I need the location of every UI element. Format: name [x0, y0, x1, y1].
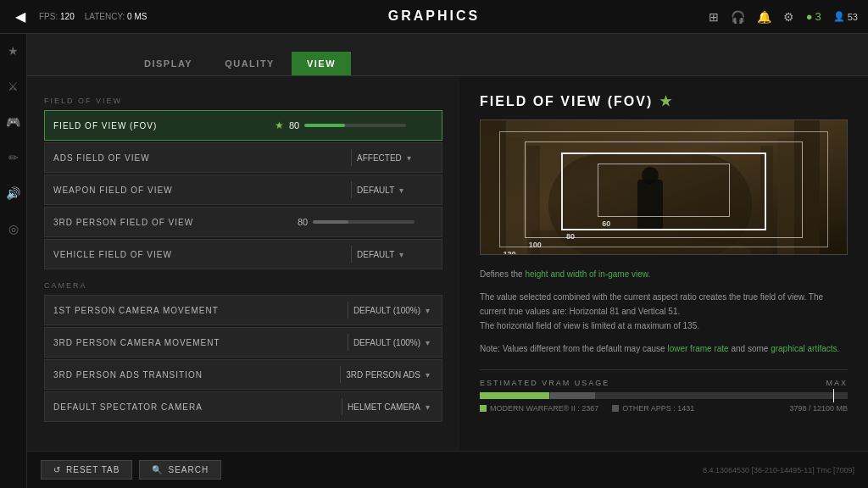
- top-bar-left: ◀ FPS: 120 LATENCY: 0 MS: [10, 7, 147, 27]
- player-badge[interactable]: 👤 53: [833, 11, 858, 22]
- tab-display[interactable]: DISPLAY: [129, 52, 208, 75]
- tab-quality[interactable]: QUALITY: [209, 52, 290, 75]
- back-button[interactable]: ◀: [10, 7, 31, 27]
- detail-title-star-icon: ★: [659, 93, 673, 109]
- bell-icon[interactable]: 🔔: [757, 10, 771, 24]
- 1p-cam-value: DEFAULT (100%) ▾: [353, 306, 442, 315]
- 3p-cam-value: DEFAULT (100%) ▾: [353, 338, 442, 347]
- tabs-bar: DISPLAY QUALITY VIEW: [27, 34, 868, 76]
- reset-tab-button[interactable]: ↺ RESET TAB: [41, 460, 132, 480]
- spectator-cam-label: DEFAULT SPECTATOR CAMERA: [45, 402, 337, 412]
- vram-total: 3798 / 12100 MB: [789, 404, 848, 413]
- fov-label-100: 100: [529, 241, 542, 249]
- setting-row-3p-cam[interactable]: 3RD PERSON CAMERA MOVEMENT DEFAULT (100%…: [44, 327, 442, 358]
- 3p-ads-chevron-icon: ▾: [426, 370, 433, 380]
- tab-view[interactable]: VIEW: [292, 52, 351, 75]
- vram-dot-mw: [480, 405, 487, 412]
- 3p-fov-slider-track[interactable]: [313, 220, 415, 224]
- grid-icon[interactable]: ⊞: [709, 10, 719, 24]
- headphone-icon[interactable]: 🎧: [731, 10, 745, 24]
- setting-row-vehicle-fov[interactable]: VEHICLE FIELD OF VIEW DEFAULT ▾: [44, 239, 442, 269]
- fov-star-icon: ★: [270, 119, 289, 131]
- vehicle-fov-value: DEFAULT ▾: [357, 250, 442, 259]
- setting-row-fov-main[interactable]: FIELD OF VIEW (FOV) ★ 80: [44, 110, 442, 141]
- page-title: GRAPHICS: [388, 8, 480, 24]
- fov-label-120: 120: [504, 250, 516, 255]
- fov-slider-fill: [304, 124, 345, 127]
- 3p-cam-label: 3RD PERSON CAMERA MOVEMENT: [45, 338, 342, 347]
- search-icon: 🔍: [152, 465, 163, 474]
- sidebar-favorites-icon[interactable]: ★: [3, 41, 24, 61]
- setting-row-ads-fov[interactable]: ADS FIELD OF VIEW AFFECTED ▾: [44, 142, 442, 173]
- vehicle-fov-chevron-icon: ▾: [399, 250, 407, 259]
- highlight-fov-definition: height and width of in-game view.: [525, 269, 650, 279]
- search-label: SEARCH: [168, 465, 209, 474]
- fov-slider-track[interactable]: [304, 124, 406, 127]
- spectator-cam-chevron-icon: ▾: [426, 402, 433, 412]
- search-button[interactable]: 🔍 SEARCH: [139, 460, 221, 480]
- reset-label: RESET TAB: [66, 465, 120, 474]
- vram-legend: MODERN WARFARE® II : 2367 OTHER APPS : 1…: [480, 404, 848, 413]
- reset-icon: ↺: [53, 465, 61, 474]
- left-sidebar: ★ ⚔ 🎮 ✏ 🔊 ◎: [0, 34, 27, 488]
- latency-display: LATENCY: 0 MS: [85, 12, 147, 21]
- spectator-cam-value: HELMET CAMERA ▾: [348, 402, 442, 412]
- vram-title: ESTIMATED VRAM USAGE MAX: [480, 379, 848, 387]
- sidebar-audio-icon[interactable]: 🔊: [3, 183, 24, 203]
- divider: [351, 246, 352, 263]
- 3p-ads-label: 3RD PERSON ADS TRANSITION: [45, 370, 335, 380]
- vram-section: ESTIMATED VRAM USAGE MAX MODERN WARFARE®…: [480, 369, 848, 413]
- setting-row-3p-ads[interactable]: 3RD PERSON ADS TRANSITION 3RD PERSON ADS…: [44, 359, 442, 390]
- settings-panel: FIELD OF VIEW FIELD OF VIEW (FOV) ★ 80 A…: [27, 76, 459, 488]
- version-text: 8.4.13064530 [36-210-14495-11] Tmc [7009…: [703, 466, 854, 474]
- setting-row-weapon-fov[interactable]: WEAPON FIELD OF VIEW DEFAULT ▾: [44, 175, 442, 205]
- 1p-cam-label: 1ST PERSON CAMERA MOVEMENT: [45, 306, 342, 315]
- 3p-fov-slider-fill: [313, 220, 348, 224]
- section-label-camera: CAMERA: [44, 281, 442, 290]
- section-label-fov: FIELD OF VIEW: [44, 97, 442, 105]
- bottom-left-buttons: ↺ RESET TAB 🔍 SEARCH: [41, 460, 221, 480]
- highlight-frame-rate: lower frame rate: [667, 344, 728, 353]
- detail-title-text: FIELD OF VIEW (FOV): [480, 94, 653, 109]
- vram-bar-other: [550, 392, 594, 399]
- vram-bar: [480, 392, 848, 399]
- fov-main-value: 80: [289, 120, 442, 130]
- vram-other-label: OTHER APPS : 1431: [622, 404, 694, 413]
- vram-max-marker: [833, 389, 834, 402]
- ads-fov-label: ADS FIELD OF VIEW: [45, 153, 346, 163]
- vram-legend-other: OTHER APPS : 1431: [612, 404, 694, 413]
- sidebar-edit-icon[interactable]: ✏: [3, 147, 24, 168]
- fov-preview: 120 100 80 60: [480, 119, 848, 255]
- 3p-cam-chevron-icon: ▾: [426, 338, 433, 347]
- divider: [351, 149, 352, 166]
- setting-row-spectator-cam[interactable]: DEFAULT SPECTATOR CAMERA HELMET CAMERA ▾: [44, 391, 442, 422]
- vram-dot-other: [612, 405, 619, 412]
- notification-badge[interactable]: ● 3: [806, 10, 821, 23]
- divider: [348, 302, 348, 319]
- fps-display: FPS: 120: [39, 12, 75, 21]
- vram-bar-mw: [480, 392, 549, 399]
- right-detail-panel: FIELD OF VIEW (FOV) ★: [459, 76, 868, 488]
- top-bar: ◀ FPS: 120 LATENCY: 0 MS GRAPHICS ⊞ 🎧 🔔 …: [0, 0, 868, 34]
- bottom-bar: ↺ RESET TAB 🔍 SEARCH 8.4.13064530 [36-21…: [27, 451, 868, 488]
- weapon-fov-chevron-icon: ▾: [399, 186, 407, 195]
- divider: [348, 334, 348, 351]
- content-area: FIELD OF VIEW FIELD OF VIEW (FOV) ★ 80 A…: [27, 76, 868, 488]
- setting-row-3p-fov[interactable]: 3RD PERSON FIELD OF VIEW 80: [44, 207, 442, 237]
- vram-title-label: ESTIMATED VRAM USAGE: [480, 379, 609, 387]
- fov-label-60: 60: [602, 219, 610, 228]
- ads-fov-value: AFFECTED ▾: [357, 153, 442, 163]
- detail-description-1: Defines the height and width of in-game …: [480, 267, 848, 281]
- detail-title: FIELD OF VIEW (FOV) ★: [480, 93, 848, 109]
- 3p-fov-label: 3RD PERSON FIELD OF VIEW: [45, 218, 289, 227]
- divider: [340, 366, 341, 383]
- gear-icon[interactable]: ⚙: [783, 10, 794, 24]
- divider: [351, 181, 352, 198]
- setting-row-1p-cam[interactable]: 1ST PERSON CAMERA MOVEMENT DEFAULT (100%…: [44, 295, 442, 325]
- highlight-artifacts: graphical artifacts.: [771, 344, 839, 353]
- sidebar-controller-icon[interactable]: 🎮: [3, 112, 24, 132]
- vehicle-fov-label: VEHICLE FIELD OF VIEW: [45, 250, 346, 259]
- sidebar-scope-icon[interactable]: ◎: [3, 219, 24, 239]
- 3p-fov-value: 80: [289, 217, 442, 227]
- sidebar-combat-icon[interactable]: ⚔: [3, 76, 24, 97]
